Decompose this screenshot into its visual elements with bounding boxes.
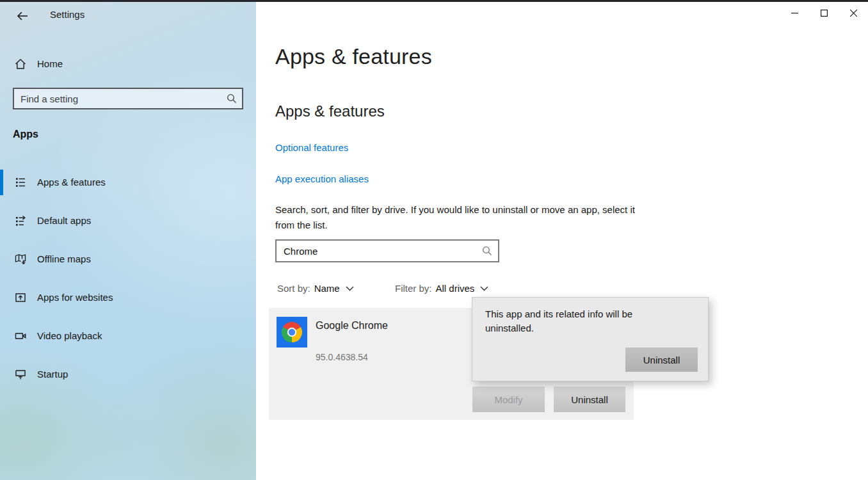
uninstall-confirmation-flyout: This app and its related info will be un…	[472, 297, 709, 381]
sidebar-item-default-apps[interactable]: Default apps	[0, 208, 256, 234]
sidebar-item-label: Video playback	[37, 330, 102, 341]
optional-features-link[interactable]: Optional features	[275, 142, 348, 153]
offline-maps-icon	[14, 253, 27, 266]
window-title: Settings	[50, 9, 84, 20]
home-icon	[14, 58, 27, 70]
app-search	[275, 239, 499, 262]
sort-by-label: Sort by:	[277, 283, 310, 294]
apps-features-icon	[14, 176, 27, 189]
app-search-input[interactable]	[275, 239, 499, 262]
default-apps-icon	[14, 214, 27, 227]
apps-for-websites-icon	[14, 291, 27, 304]
filter-by-label: Filter by:	[395, 283, 432, 294]
description-text: Search, sort, and filter by drive. If yo…	[275, 202, 641, 233]
sort-by-value: Name	[314, 283, 340, 294]
sidebar-item-home[interactable]: Home	[0, 52, 256, 77]
minimize-button[interactable]	[780, 2, 809, 24]
sidebar-titlebar: Settings	[0, 2, 256, 30]
search-icon	[481, 245, 493, 257]
maximize-button[interactable]	[809, 2, 839, 24]
selected-accent-bar	[0, 170, 3, 195]
window-caption-controls	[780, 2, 868, 24]
main-content: Apps & features Apps & features Optional…	[256, 2, 868, 480]
settings-window: Settings Home Apps	[0, 0, 868, 480]
sidebar-item-label: Startup	[37, 369, 68, 380]
chevron-down-icon	[346, 286, 354, 291]
section-title: Apps & features	[275, 102, 385, 120]
sidebar-item-label: Apps & features	[37, 177, 106, 188]
uninstall-confirmation-message: This app and its related info will be un…	[485, 307, 677, 335]
sidebar-item-apps-for-websites[interactable]: Apps for websites	[0, 285, 256, 310]
video-playback-icon	[14, 330, 27, 342]
sidebar-item-label: Offline maps	[37, 253, 91, 264]
sidebar-item-label: Default apps	[37, 215, 91, 226]
filter-by-dropdown[interactable]: Filter by: All drives	[395, 283, 488, 294]
filter-by-value: All drives	[436, 283, 475, 294]
confirm-uninstall-button[interactable]: Uninstall	[625, 348, 698, 372]
google-chrome-icon	[277, 317, 307, 348]
find-a-setting-input[interactable]	[13, 88, 243, 109]
sort-by-dropdown[interactable]: Sort by: Name	[277, 283, 354, 294]
sidebar-search	[13, 88, 243, 109]
back-arrow-icon	[15, 10, 29, 22]
sidebar-item-startup[interactable]: Startup	[0, 362, 256, 387]
sidebar-item-label: Apps for websites	[37, 292, 113, 303]
modify-button[interactable]: Modify	[472, 387, 545, 412]
sidebar-item-apps-features[interactable]: Apps & features	[0, 170, 256, 195]
close-button[interactable]	[839, 2, 868, 24]
app-version: 95.0.4638.54	[316, 352, 368, 362]
sidebar-item-offline-maps[interactable]: Offline maps	[0, 246, 256, 272]
app-execution-aliases-link[interactable]: App execution aliases	[275, 173, 369, 184]
sidebar: Settings Home Apps	[0, 2, 256, 480]
sidebar-item-label: Home	[37, 58, 63, 69]
search-icon	[226, 93, 237, 104]
sidebar-item-video-playback[interactable]: Video playback	[0, 323, 256, 349]
app-name: Google Chrome	[316, 320, 388, 332]
startup-icon	[14, 368, 27, 381]
back-button[interactable]	[13, 7, 32, 25]
page-title: Apps & features	[275, 44, 432, 69]
chevron-down-icon	[480, 286, 488, 291]
sidebar-section-header: Apps	[13, 129, 38, 140]
uninstall-button[interactable]: Uninstall	[554, 387, 625, 412]
sidebar-nav: Apps & features Default apps	[0, 170, 256, 400]
